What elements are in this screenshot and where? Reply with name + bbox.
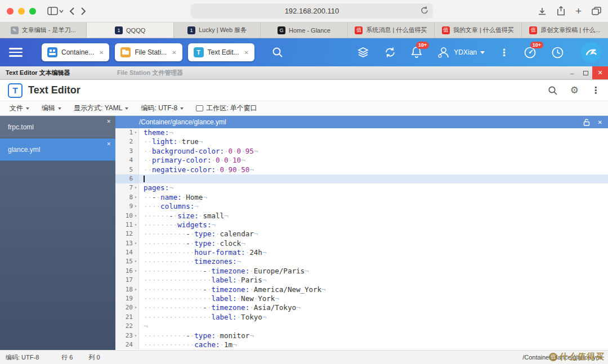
- layers-icon[interactable]: [357, 46, 369, 59]
- code-text[interactable]: ··············-·timezone:·America/New_Yo…: [139, 285, 326, 294]
- code-line[interactable]: 14············hour-format:·24h¬: [115, 248, 608, 257]
- app-tab-close-icon[interactable]: ✕: [99, 50, 104, 56]
- browser-tab[interactable]: ✎文章编辑 - 是羊刀...: [0, 23, 87, 38]
- app-tab-container[interactable]: Containe...✕: [42, 43, 109, 61]
- code-text[interactable]: ¬: [139, 322, 148, 331]
- unlock-icon[interactable]: [583, 119, 590, 126]
- window-close-button[interactable]: ✕: [592, 66, 608, 79]
- code-text[interactable]: ··········-·type:·monitor¬: [139, 331, 254, 340]
- code-line[interactable]: 6: [115, 174, 608, 183]
- reload-icon[interactable]: [421, 6, 428, 15]
- code-text[interactable]: ············timezones:¬: [139, 257, 241, 266]
- code-line[interactable]: 9▾····columns:¬: [115, 202, 608, 211]
- code-editor[interactable]: 1▾theme:¬2··light:·true¬3··background-co…: [115, 128, 608, 350]
- sync-icon[interactable]: [384, 46, 396, 59]
- kebab-menu-icon[interactable]: ⋮: [499, 48, 509, 57]
- code-line[interactable]: 24············cache:·1m¬: [115, 340, 608, 349]
- code-line[interactable]: 13▾··········-·type:·clock¬: [115, 239, 608, 248]
- tab-overview-icon[interactable]: [592, 7, 601, 15]
- file-list-item[interactable]: frpc.toml✕: [0, 116, 115, 138]
- menu-编辑[interactable]: 编辑: [35, 101, 68, 115]
- code-line[interactable]: 3··background-color:·0·0·95¬: [115, 147, 608, 156]
- user-menu[interactable]: YDXian: [437, 46, 485, 59]
- back-button[interactable]: [69, 7, 75, 16]
- code-line[interactable]: 4··primary-color:·0·0·10¬: [115, 156, 608, 165]
- file-close-icon[interactable]: ✕: [106, 141, 111, 147]
- fold-toggle-icon[interactable]: ▾: [133, 331, 138, 340]
- menu-文件[interactable]: 文件: [3, 101, 35, 115]
- code-line[interactable]: 10▾······-·size:·small¬: [115, 212, 608, 221]
- main-menu-icon[interactable]: [7, 48, 26, 57]
- downloads-icon[interactable]: [538, 7, 547, 16]
- fold-toggle-icon[interactable]: ▾: [133, 239, 138, 248]
- fold-toggle-icon[interactable]: ▾: [133, 267, 138, 276]
- forward-button[interactable]: [81, 7, 86, 16]
- code-text[interactable]: theme:¬: [139, 128, 173, 137]
- fold-toggle-icon[interactable]: ▾: [133, 212, 138, 221]
- menu-工作区[interactable]: 工作区: 单个窗口: [190, 101, 263, 115]
- close-window-button[interactable]: [7, 8, 14, 15]
- code-text[interactable]: ··············-·timezone:·Asia/Tokyo¬: [139, 303, 300, 312]
- app-tab-folder[interactable]: File Stati...✕: [115, 43, 182, 61]
- app-tab-close-icon[interactable]: ✕: [172, 50, 176, 56]
- minimize-window-button[interactable]: [18, 8, 25, 15]
- zoom-window-button[interactable]: [29, 8, 36, 15]
- code-text[interactable]: ··light:·true¬: [139, 137, 203, 146]
- fold-toggle-icon[interactable]: ▾: [133, 193, 138, 202]
- app-tab-texteditor[interactable]: Text Edit...✕: [188, 43, 254, 61]
- editor-search-icon[interactable]: [548, 86, 558, 96]
- code-line[interactable]: 7▾pages:¬: [115, 183, 608, 192]
- code-line[interactable]: 17················label:·Paris¬: [115, 276, 608, 285]
- code-text[interactable]: pages:¬: [139, 183, 173, 192]
- code-text[interactable]: ················label:·Paris¬: [139, 276, 266, 285]
- code-text[interactable]: ··········-·type:·clock¬: [139, 239, 245, 248]
- code-text[interactable]: ········widgets:¬: [139, 221, 216, 230]
- code-line[interactable]: 18▾··············-·timezone:·America/New…: [115, 285, 608, 294]
- new-tab-button[interactable]: +: [575, 6, 582, 16]
- fold-toggle-icon[interactable]: ▾: [133, 221, 138, 230]
- browser-tab[interactable]: 1Lucky | Web 服务: [174, 23, 261, 38]
- file-list-item[interactable]: glance.yml✕: [0, 138, 115, 161]
- code-line[interactable]: 5··negative-color:·0·90·50¬: [115, 165, 608, 174]
- window-titlebar[interactable]: Text Editor 文本编辑器 File Station 文件管理器 – ✕: [0, 66, 608, 80]
- fold-toggle-icon[interactable]: ▾: [133, 285, 138, 294]
- code-line[interactable]: 23▾··········-·type:·monitor¬: [115, 331, 608, 340]
- background-window-title[interactable]: File Station 文件管理器: [117, 69, 183, 77]
- code-text[interactable]: ··········-·type:·calendar¬: [139, 230, 258, 239]
- code-text[interactable]: ······-·size:·small¬: [139, 212, 229, 221]
- history-clock-icon[interactable]: [551, 46, 564, 59]
- app-tab-close-icon[interactable]: ✕: [244, 50, 249, 56]
- browser-tab[interactable]: 值系统消息 | 什么值得买: [348, 23, 435, 38]
- fold-toggle-icon[interactable]: ▾: [133, 303, 138, 312]
- code-text[interactable]: ················label:·New·York¬: [139, 294, 279, 303]
- window-maximize-button[interactable]: [579, 66, 592, 79]
- editor-kebab-icon[interactable]: ⋮: [591, 86, 600, 95]
- code-text[interactable]: [139, 174, 145, 183]
- notifications-bell-icon[interactable]: 10+: [411, 46, 422, 59]
- code-text[interactable]: ····columns:¬: [139, 202, 199, 211]
- code-line[interactable]: 19················label:·New·York¬: [115, 294, 608, 303]
- code-line[interactable]: 11▾········widgets:¬: [115, 221, 608, 230]
- menu-显示方式[interactable]: 显示方式: YAML: [68, 101, 135, 115]
- code-line[interactable]: 22¬: [115, 322, 608, 331]
- code-text[interactable]: ··negative-color:·0·90·50¬: [139, 165, 254, 174]
- share-icon[interactable]: [557, 6, 565, 16]
- code-text[interactable]: ················label:·Tokyo¬: [139, 313, 266, 322]
- code-text[interactable]: ··-·name:·Home¬: [139, 193, 207, 202]
- quickconnect-icon[interactable]: [581, 42, 601, 62]
- desktop-search-icon[interactable]: [271, 46, 284, 59]
- resource-monitor-icon[interactable]: 10+: [524, 46, 537, 59]
- code-text[interactable]: ··primary-color:·0·0·10¬: [139, 156, 245, 165]
- code-line[interactable]: 2··light:·true¬: [115, 137, 608, 146]
- browser-tab[interactable]: GHome - Glance: [261, 23, 347, 38]
- address-bar[interactable]: 192.168.200.110: [191, 3, 433, 19]
- menu-编码[interactable]: 编码: UTF-8: [135, 101, 190, 115]
- fold-toggle-icon[interactable]: ▾: [133, 202, 138, 211]
- window-minimize-button[interactable]: –: [565, 66, 579, 79]
- settings-gear-icon[interactable]: ⚙: [570, 86, 579, 95]
- code-text[interactable]: ··············-·timezone:·Europe/Paris¬: [139, 267, 309, 276]
- browser-tab[interactable]: 值原创文章投稿 | 什么...: [522, 23, 608, 38]
- code-line[interactable]: 16▾··············-·timezone:·Europe/Pari…: [115, 267, 608, 276]
- document-close-icon[interactable]: ✕: [598, 119, 602, 125]
- fold-toggle-icon[interactable]: ▾: [133, 183, 138, 192]
